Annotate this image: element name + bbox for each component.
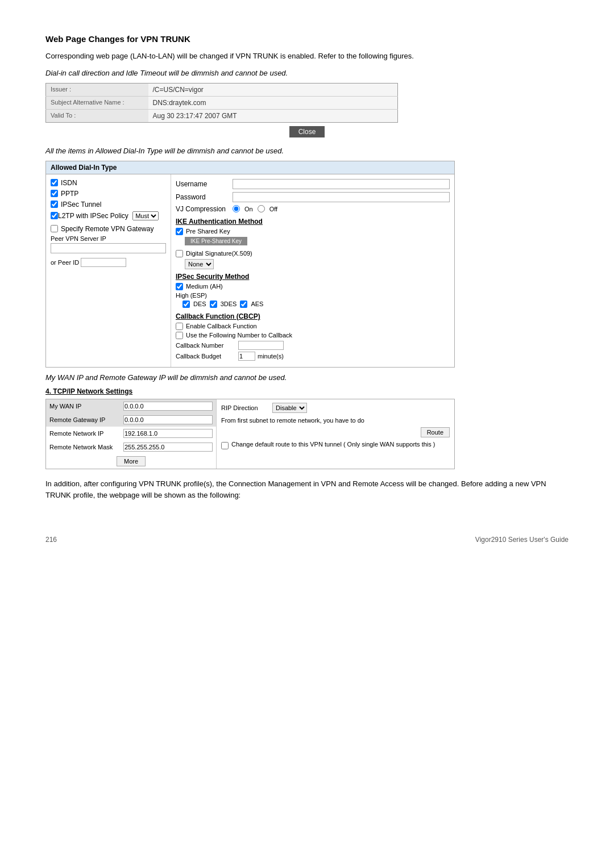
des3-checkbox[interactable] xyxy=(210,301,217,308)
cert-label: Valid To : xyxy=(46,109,148,122)
my-wan-ip-label: My WAN IP xyxy=(46,399,120,413)
pptp-label: PPTP xyxy=(61,190,78,198)
pre-shared-label: Pre Shared Key xyxy=(186,228,230,235)
close-btn-row: Close xyxy=(45,126,569,137)
tcpip-label: 4. TCP/IP Network Settings xyxy=(45,387,569,395)
high-label: High (ESP) xyxy=(176,292,207,299)
enable-callback-label: Enable Callback Function xyxy=(186,323,257,329)
username-label: Username xyxy=(176,180,233,188)
compression-off-label: Off xyxy=(269,206,277,212)
rip-direction-label: RIP Direction xyxy=(221,404,272,411)
callback-number-input[interactable] xyxy=(238,341,284,350)
use-following-checkbox[interactable] xyxy=(176,332,183,339)
remote-vpn-checkbox[interactable] xyxy=(51,225,58,232)
l2tp-select[interactable]: Must xyxy=(132,211,159,220)
callback-section-title: Callback Function (CBCP) xyxy=(176,312,450,320)
my-wan-ip-input[interactable] xyxy=(123,402,213,411)
des3-label: 3DES xyxy=(221,301,237,307)
page-number: 216 xyxy=(45,536,57,544)
callback-section: Callback Function (CBCP) Enable Callback… xyxy=(176,312,450,361)
dial-in-panel: Allowed Dial-In Type ISDN PPTP IPSec Tun… xyxy=(45,161,455,368)
close-button[interactable]: Close xyxy=(289,126,325,137)
aes-checkbox[interactable] xyxy=(240,301,247,308)
password-input[interactable] xyxy=(233,192,450,202)
aes-label: AES xyxy=(251,301,263,307)
remote-net-label: Remote Network IP xyxy=(46,427,120,440)
change-route-checkbox[interactable] xyxy=(221,442,229,449)
ike-key-button[interactable]: IKE Pre-Shared Key xyxy=(185,237,247,245)
l2tp-checkbox[interactable] xyxy=(51,212,58,219)
remote-net-input[interactable] xyxy=(123,429,213,438)
remote-gw-label: Remote Gateway IP xyxy=(46,413,120,427)
digital-sig-label: Digital Signature(X.509) xyxy=(186,250,252,257)
des-label: DES xyxy=(193,301,206,307)
note2: All the items in Allowed Dial-In Type wi… xyxy=(45,147,569,155)
note3: My WAN IP and Remote Gateway IP will be … xyxy=(45,373,569,382)
password-label: Password xyxy=(176,193,233,201)
compression-label: VJ Compression xyxy=(176,205,233,213)
cert-table-row: Valid To :Aug 30 23:17:47 2007 GMT xyxy=(46,109,398,122)
tcpip-section: 4. TCP/IP Network Settings My WAN IP Rem… xyxy=(45,387,569,469)
cert-table-row: Subject Alternative Name :DNS:draytek.co… xyxy=(46,96,398,109)
des-checkbox[interactable] xyxy=(182,301,190,308)
page-title: Web Page Changes for VPN TRUNK xyxy=(45,34,569,44)
subnet-text: From first subnet to remote network, you… xyxy=(221,416,450,425)
medium-label: Medium (AH) xyxy=(186,283,223,290)
remote-mask-input[interactable] xyxy=(123,443,213,452)
tcpip-right: RIP Direction Disable From first subnet … xyxy=(217,399,454,469)
pptp-checkbox[interactable] xyxy=(51,190,58,197)
route-button[interactable]: Route xyxy=(421,427,450,437)
callback-budget-label: Callback Budget xyxy=(176,353,238,360)
ipsec-section-title: IPSec Security Method xyxy=(176,273,450,281)
page-footer: 216 Vigor2910 Series User's Guide xyxy=(45,536,569,544)
more-button[interactable]: More xyxy=(117,456,146,466)
isdn-checkbox[interactable] xyxy=(51,179,58,186)
change-route-text: Change default route to this VPN tunnel … xyxy=(231,441,435,448)
l2tp-label: L2TP with IPSec Policy xyxy=(58,212,128,220)
peer-id-label: or Peer ID xyxy=(51,259,79,266)
digital-select[interactable]: None xyxy=(185,259,214,269)
callback-unit: minute(s) xyxy=(258,353,284,360)
intro-text: Corresponding web page (LAN-to-LAN) will… xyxy=(45,51,569,62)
compression-on-label: On xyxy=(244,206,253,212)
use-following-label: Use the Following Number to Callback xyxy=(186,332,292,339)
footer-text: In addition, after configuring VPN TRUNK… xyxy=(45,478,569,502)
cert-label: Subject Alternative Name : xyxy=(46,96,148,109)
peer-vpn-input[interactable] xyxy=(51,243,166,253)
ipsec-checkbox[interactable] xyxy=(51,201,58,208)
cert-label: Issuer : xyxy=(46,83,148,96)
remote-mask-label: Remote Network Mask xyxy=(46,440,120,454)
dial-in-header: Allowed Dial-In Type xyxy=(46,161,454,174)
cert-value: DNS:draytek.com xyxy=(148,96,398,109)
peer-vpn-label: Peer VPN Server IP xyxy=(51,235,166,242)
digital-sig-checkbox[interactable] xyxy=(176,250,183,257)
cert-value: /C=US/CN=vigor xyxy=(148,83,398,96)
compression-on-radio[interactable] xyxy=(233,205,240,212)
pre-shared-checkbox[interactable] xyxy=(176,228,183,235)
note1: Dial-in call direction and Idle Timeout … xyxy=(45,69,569,77)
remote-vpn-label: Specify Remote VPN Gateway xyxy=(61,225,154,233)
tcpip-panel: My WAN IP Remote Gateway IP Remote Netwo… xyxy=(45,399,455,469)
enable-callback-checkbox[interactable] xyxy=(176,323,183,330)
callback-number-label: Callback Number xyxy=(176,342,238,349)
cert-value: Aug 30 23:17:47 2007 GMT xyxy=(148,109,398,122)
product-name: Vigor2910 Series User's Guide xyxy=(475,536,569,544)
tcpip-left: My WAN IP Remote Gateway IP Remote Netwo… xyxy=(46,399,217,469)
remote-gw-input[interactable] xyxy=(123,415,213,424)
medium-checkbox[interactable] xyxy=(176,283,183,290)
callback-budget-input[interactable] xyxy=(238,352,255,361)
ipsec-label: IPSec Tunnel xyxy=(61,201,101,208)
cert-table-row: Issuer :/C=US/CN=vigor xyxy=(46,83,398,96)
cert-table: Issuer :/C=US/CN=vigorSubject Alternativ… xyxy=(45,83,398,123)
compression-off-radio[interactable] xyxy=(258,205,265,212)
isdn-label: ISDN xyxy=(61,179,77,187)
peer-id-input[interactable] xyxy=(81,258,126,267)
ike-section-title: IKE Authentication Method xyxy=(176,218,450,226)
dial-in-left: ISDN PPTP IPSec Tunnel L2TP with IPSec P… xyxy=(46,174,171,367)
dial-in-right: Username Password VJ Compression On Off … xyxy=(171,174,454,367)
rip-direction-select[interactable]: Disable xyxy=(272,403,307,413)
username-input[interactable] xyxy=(233,179,450,189)
